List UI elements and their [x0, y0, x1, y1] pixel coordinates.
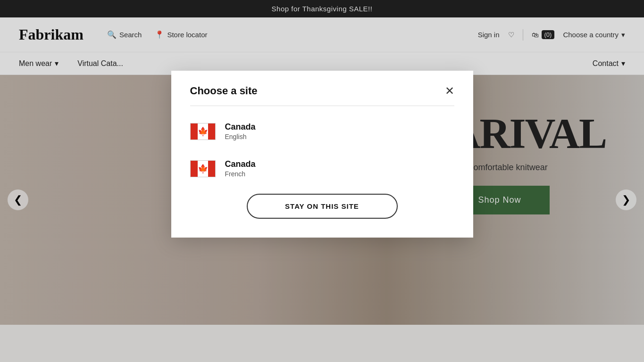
- canada-flag-english: 🍁: [190, 123, 216, 140]
- choose-site-modal: Choose a site ✕ 🍁 Canada English 🍁: [171, 71, 473, 238]
- site-country-french: Canada: [225, 159, 256, 169]
- site-option-canada-english[interactable]: 🍁 Canada English: [190, 119, 454, 143]
- site-info-canada-english: Canada English: [225, 122, 256, 140]
- modal-close-button[interactable]: ✕: [445, 85, 454, 97]
- flag-right-stripe: [208, 161, 215, 177]
- modal-overlay: Choose a site ✕ 🍁 Canada English 🍁: [0, 0, 644, 362]
- flag-left-stripe: [191, 161, 198, 177]
- flag-right-stripe: [208, 123, 215, 140]
- modal-header: Choose a site ✕: [190, 85, 454, 106]
- site-option-canada-french[interactable]: 🍁 Canada French: [190, 156, 454, 181]
- site-info-canada-french: Canada French: [225, 159, 256, 178]
- site-lang-french: French: [225, 170, 256, 178]
- site-country-english: Canada: [225, 122, 256, 132]
- maple-leaf-icon: 🍁: [198, 127, 208, 136]
- flag-center: 🍁: [198, 161, 208, 177]
- stay-on-site-button[interactable]: STAY ON THIS SITE: [247, 194, 398, 219]
- site-lang-english: English: [225, 133, 256, 140]
- maple-leaf-icon: 🍁: [198, 165, 208, 173]
- flag-left-stripe: [191, 123, 198, 140]
- canada-flag-french: 🍁: [190, 160, 216, 177]
- flag-center: 🍁: [198, 123, 208, 140]
- modal-title: Choose a site: [190, 85, 258, 97]
